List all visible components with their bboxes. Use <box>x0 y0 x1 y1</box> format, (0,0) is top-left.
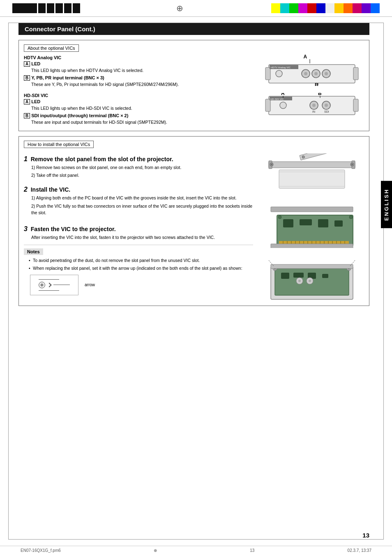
arrow-icon <box>47 283 51 287</box>
svg-rect-84 <box>271 264 353 269</box>
svg-point-88 <box>309 280 311 282</box>
color-bars <box>271 3 380 13</box>
hdsdi-a-name: LED <box>31 99 40 104</box>
svg-point-8 <box>304 72 307 75</box>
color-bar-magenta <box>298 3 307 13</box>
svg-rect-31 <box>269 162 355 168</box>
svg-text:SDI: SDI <box>324 110 329 113</box>
main-content: Connector Panel (Cont.) About the option… <box>0 19 392 315</box>
step2-image <box>267 203 357 248</box>
arrow-bottom-line <box>39 290 70 291</box>
svg-point-68 <box>278 215 281 219</box>
color-bar-2 <box>334 3 344 13</box>
arrow-top-line <box>39 279 70 280</box>
black-bar-1 <box>12 3 37 13</box>
top-line <box>39 279 59 280</box>
black-bar-6 <box>73 3 80 13</box>
hdsdi-vic-diagram: HD-SDI VIC IN SDI A B <box>265 93 359 123</box>
svg-rect-17 <box>353 99 358 111</box>
step1-sub2: 2) Take off the slot panel. <box>31 172 253 179</box>
color-bar-green <box>289 3 298 13</box>
svg-rect-49 <box>318 219 328 227</box>
hdsdi-a-row: A LED <box>24 99 253 104</box>
color-bar-red <box>307 3 316 13</box>
center-crosshair: ⊕ <box>88 3 271 13</box>
header-bar: ⊕ <box>0 0 392 17</box>
hdsdi-title: HD-SDI VIC <box>24 93 253 98</box>
step2: 2 Install the VIC. 1) Aligning both ends… <box>24 186 253 216</box>
hdsdi-b-label: B <box>24 113 30 118</box>
black-bars <box>12 3 80 13</box>
svg-text:A: A <box>281 93 285 96</box>
footer-crosshair: ⊕ <box>154 548 157 553</box>
svg-rect-2 <box>265 67 270 80</box>
hdtv-a-name: LED <box>31 61 40 66</box>
hdsdi-a-label: A <box>24 99 30 104</box>
hdsdi-a-desc: This LED lights up when the HD-SDI VIC i… <box>31 105 253 111</box>
hdsdi-b-row: B SDI input/output (through) terminal (B… <box>24 113 253 118</box>
svg-rect-71 <box>271 244 353 248</box>
hdtv-b-label: B <box>24 75 30 81</box>
svg-text:HDTV Analog VIC: HDTV Analog VIC <box>271 66 291 69</box>
svg-point-22 <box>325 104 328 107</box>
step1-heading: 1 Remove the slot panel from the slot of… <box>24 155 253 163</box>
arrow-diagram: arrow <box>30 275 253 295</box>
svg-text:B: B <box>318 93 322 96</box>
hdtv-bracket-a-top: A <box>304 54 307 60</box>
notes-bullet2: When replacing the slot panel, set it wi… <box>29 265 253 271</box>
color-bar-4 <box>353 3 362 13</box>
black-bar-4 <box>55 3 63 13</box>
footer-left: EN07-16QX1G_f.pm6 <box>21 548 61 553</box>
black-bar-3 <box>47 3 54 13</box>
hdtv-title: HDTV Analog VIC <box>24 55 253 60</box>
svg-rect-75 <box>293 273 304 278</box>
color-bar-yellow <box>271 3 280 13</box>
arrow-middle <box>39 282 70 288</box>
page-title: Connector Panel (Cont.) <box>18 23 369 35</box>
svg-point-9 <box>314 72 318 75</box>
step2-sub1: 1) Aligning both ends of the PC board of… <box>31 195 253 202</box>
install-text: 1 Remove the slot panel from the slot of… <box>24 151 253 301</box>
hdtv-vic-diagram: A <box>265 57 359 87</box>
svg-point-4 <box>276 70 282 77</box>
language-tab: ENGLISH <box>381 181 392 228</box>
step3: 3 Fasten the VIC to the projector. After… <box>24 225 253 241</box>
svg-point-86 <box>298 280 301 282</box>
hdtv-a-label: A <box>24 61 30 67</box>
svg-rect-3 <box>353 67 358 80</box>
color-bar-3 <box>344 3 353 13</box>
svg-point-21 <box>312 104 316 107</box>
svg-rect-43 <box>300 153 337 160</box>
footer: EN07-16QX1G_f.pm6 ⊕ 13 02.3.7, 13:37 <box>0 546 392 553</box>
svg-rect-16 <box>265 99 270 111</box>
color-bar-blue <box>316 3 325 13</box>
step1: 1 Remove the slot panel from the slot of… <box>24 155 253 179</box>
install-vics-section: How to install the optional VICs 1 Remov… <box>18 136 369 306</box>
svg-rect-77 <box>322 274 328 278</box>
arrow-label: arrow <box>85 283 95 287</box>
footer-center: 13 <box>250 548 254 553</box>
about-vics-title: About the optional VICs <box>24 44 79 52</box>
step3-image <box>267 256 357 301</box>
color-bar-white <box>325 3 334 13</box>
step2-sub2: 2) Push the VIC fully so that two connec… <box>31 203 253 216</box>
step3-desc: After inserting the VIC into the slot, f… <box>31 234 253 241</box>
bottom-line <box>39 290 59 291</box>
step1-image <box>267 153 357 195</box>
arrow-box <box>30 275 78 295</box>
circle-icon <box>39 282 45 288</box>
mid-line <box>53 285 70 285</box>
hdtv-a-row: A LED <box>24 61 253 67</box>
notes-section: Notes To avoid penetrating of the dust, … <box>24 245 253 295</box>
svg-point-69 <box>349 215 353 219</box>
hdsdi-b-name: SDI input/output (through) terminal (BNC… <box>31 113 128 118</box>
about-vics-section: About the optional VICs HDTV Analog VIC … <box>18 40 369 131</box>
about-vics-images: A <box>259 55 364 127</box>
svg-rect-50 <box>334 220 343 227</box>
svg-rect-40 <box>279 170 345 188</box>
footer-right: 02.3.7, 13:37 <box>348 548 371 553</box>
page-number: 13 <box>362 532 369 539</box>
notes-title: Notes <box>24 248 43 255</box>
svg-rect-74 <box>281 273 289 279</box>
about-vics-text: HDTV Analog VIC A LED This LED lights up… <box>24 55 253 127</box>
